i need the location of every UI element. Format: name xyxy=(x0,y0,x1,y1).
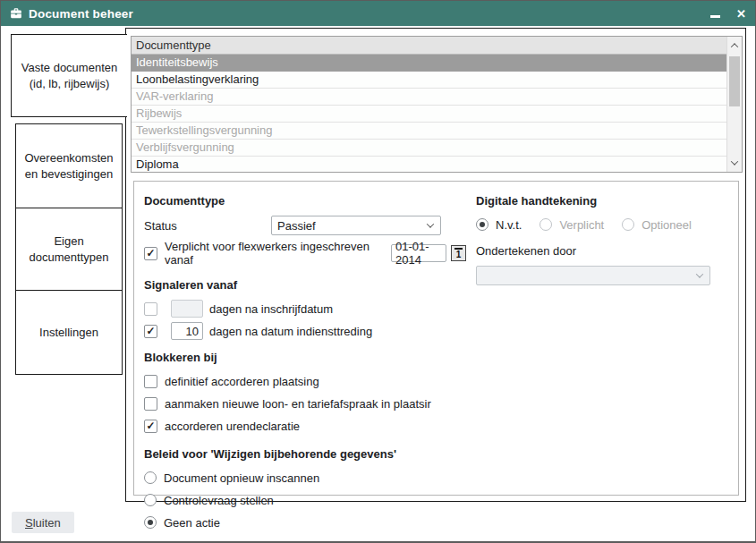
handtekening-optioneel-label: Optioneel xyxy=(641,218,692,232)
flexwerkers-checkbox[interactable]: ✓ xyxy=(144,247,157,260)
list-column-header: Documenttype xyxy=(132,37,726,55)
tab-eigen-documenttypen[interactable]: Eigen documenttypen xyxy=(15,208,123,291)
calendar-icon: 1 xyxy=(454,248,463,259)
tab-label: en bevestigingen xyxy=(25,166,113,182)
tab-label: documenttypen xyxy=(30,250,109,266)
section-heading-digitale-handtekening: Digitale handtekening xyxy=(476,194,726,208)
scroll-up-button[interactable] xyxy=(727,38,742,53)
ondertekenen-select[interactable] xyxy=(476,266,710,285)
tab-label: (id, lb, rijbewijs) xyxy=(30,76,110,92)
list-scrollbar[interactable] xyxy=(726,37,742,172)
list-item-identiteitsbewijs[interactable]: Identiteitsbewijs xyxy=(132,55,726,72)
status-select[interactable]: Passief xyxy=(271,216,441,235)
tab-label: Overeenkomsten xyxy=(25,150,114,166)
check-icon: ✓ xyxy=(146,326,155,336)
blokkeren-plaatsing-label: definitief accorderen plaatsing xyxy=(165,375,319,388)
list-item-var-verklaring[interactable]: VAR-verklaring xyxy=(132,89,726,106)
handtekening-verplicht-label: Verplicht xyxy=(559,218,604,232)
list-item-rijbewijs[interactable]: Rijbewijs xyxy=(132,106,726,123)
tab-label: Vaste documenten xyxy=(21,60,117,76)
scrollbar-thumb[interactable] xyxy=(729,56,740,106)
signaleren-indienst-label: dagen na datum indiensttreding xyxy=(209,325,372,338)
status-select-value: Passief xyxy=(277,219,316,233)
chevron-down-icon xyxy=(731,157,738,165)
blokkeren-tariefafspraak-checkbox[interactable]: ✓ xyxy=(144,397,157,411)
chevron-up-icon xyxy=(731,43,738,50)
list-item-tewerkstellingsvergunning[interactable]: Tewerkstellingsvergunning xyxy=(132,123,726,140)
list-item-loonbelastingverklaring[interactable]: Loonbelastingverklaring xyxy=(132,72,726,89)
beleid-inscannen-label: Document opnieuw inscannen xyxy=(164,471,319,485)
handtekening-nvt-label: N.v.t. xyxy=(496,218,522,232)
titlebar: Document beheer ✕ xyxy=(1,1,755,26)
blokkeren-tariefafspraak-label: aanmaken nieuwe loon- en tariefafspraak … xyxy=(165,397,431,411)
blokkeren-urendeclaratie-checkbox[interactable]: ✓ xyxy=(144,420,157,433)
tab-label: Eigen xyxy=(54,233,83,250)
beleid-geen-actie-label: Geen actie xyxy=(164,516,220,530)
tab-label: Instellingen xyxy=(39,325,98,341)
status-label: Status xyxy=(144,219,271,233)
tab-vaste-documenten[interactable]: Vaste documenten (id, lb, rijbewijs) xyxy=(11,34,127,117)
beleid-controlevraag-radio[interactable] xyxy=(144,494,157,506)
handtekening-verplicht-radio[interactable] xyxy=(539,218,552,231)
signaleren-inschrijf-input[interactable] xyxy=(171,300,203,318)
handtekening-nvt-radio[interactable] xyxy=(476,218,488,231)
list-item-verblijfsvergunning[interactable]: Verblijfsvergunning xyxy=(132,140,726,157)
window-title: Document beheer xyxy=(29,7,133,21)
blokkeren-urendeclaratie-label: accorderen urendeclaratie xyxy=(165,420,300,433)
check-icon: ✓ xyxy=(146,420,155,431)
beleid-inscannen-radio[interactable] xyxy=(144,471,157,484)
signaleren-inschrijf-label: dagen na inschrijfdatum xyxy=(209,302,333,316)
document-beheer-window: Document beheer ✕ Vaste documenten (id, … xyxy=(0,0,756,543)
close-button[interactable]: ✕ xyxy=(736,8,746,20)
section-heading-documenttype: Documenttype xyxy=(144,194,466,208)
signaleren-inschrijf-checkbox[interactable]: ✓ xyxy=(144,302,157,316)
signaleren-indienst-checkbox[interactable]: ✓ xyxy=(144,325,157,338)
signaleren-indienst-input[interactable]: 10 xyxy=(171,322,203,340)
ondertekenen-label: Ondertekenen door xyxy=(476,244,576,258)
check-icon: ✓ xyxy=(146,248,155,259)
chevron-down-icon xyxy=(427,220,434,227)
tab-overeenkomsten[interactable]: Overeenkomsten en bevestigingen xyxy=(15,123,123,208)
handtekening-optioneel-radio[interactable] xyxy=(622,218,634,231)
section-heading-signaleren: Signaleren vanaf xyxy=(144,278,466,292)
section-heading-blokkeren: Blokkeren bij xyxy=(144,351,466,364)
minimize-button[interactable] xyxy=(710,8,720,20)
beleid-geen-actie-radio[interactable] xyxy=(144,516,157,529)
list-item-diploma[interactable]: Diploma xyxy=(132,157,726,173)
beleid-controlevraag-label: Controlevraag stellen xyxy=(164,494,274,507)
minimize-icon xyxy=(710,15,720,18)
window-body: Vaste documenten (id, lb, rijbewijs) Ove… xyxy=(1,26,755,541)
sluiten-button[interactable]: Sluiten xyxy=(12,512,74,533)
tab-content-panel: Documenttype Identiteitsbewijs Loonbelas… xyxy=(125,28,746,502)
flexwerkers-label: Verplicht voor flexwerkers ingeschreven … xyxy=(165,240,385,267)
blokkeren-plaatsing-checkbox[interactable]: ✓ xyxy=(144,375,157,388)
scroll-down-button[interactable] xyxy=(727,156,742,170)
section-heading-beleid: Beleid voor 'Wijzigen bijbehorende gegev… xyxy=(144,447,466,461)
briefcase-icon xyxy=(10,7,22,20)
documenttype-form: Documenttype Status Passief ✓ Verplicht … xyxy=(133,181,739,496)
flexwerkers-date-input[interactable]: 01-01-2014 xyxy=(391,244,446,262)
chevron-down-icon xyxy=(696,270,703,277)
calendar-button[interactable]: 1 xyxy=(451,245,466,261)
tab-instellingen[interactable]: Instellingen xyxy=(15,290,123,375)
documenttype-list: Documenttype Identiteitsbewijs Loonbelas… xyxy=(131,36,743,173)
